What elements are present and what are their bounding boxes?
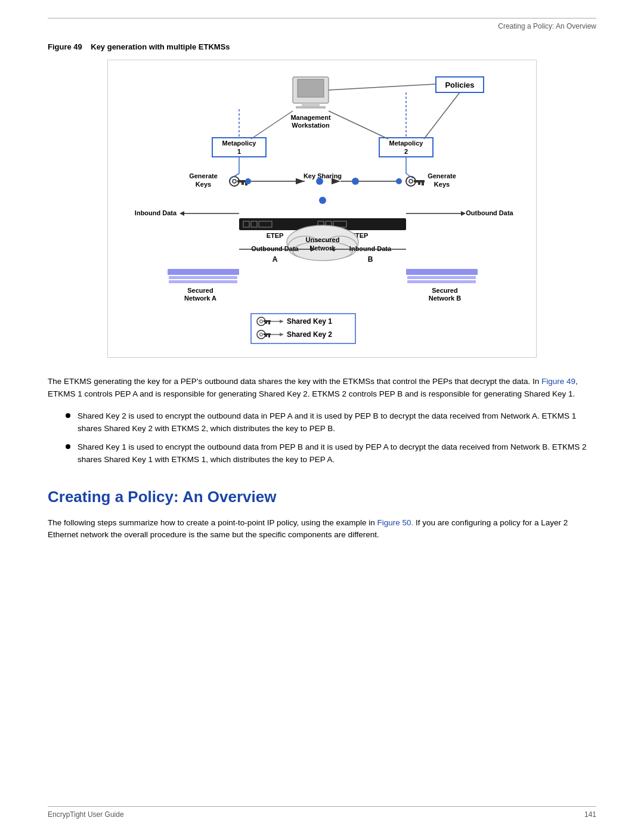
- diagram-svg: Management Workstation Policies Metapoli…: [120, 72, 525, 346]
- svg-text:1: 1: [237, 148, 241, 155]
- svg-rect-74: [169, 280, 237, 283]
- svg-text:Workstation: Workstation: [292, 122, 330, 129]
- svg-rect-86: [268, 322, 270, 324]
- svg-text:Key Sharing: Key Sharing: [304, 172, 342, 179]
- svg-text:Management: Management: [290, 114, 331, 121]
- section-title: Creating a Policy: An Overview: [48, 488, 596, 506]
- svg-rect-32: [422, 182, 424, 185]
- svg-text:Shared Key 2: Shared Key 2: [287, 330, 332, 339]
- svg-point-21: [233, 179, 236, 183]
- bullet-list: Shared Key 2 is used to encrypt the outb…: [66, 410, 596, 466]
- svg-point-103: [245, 178, 251, 184]
- figure-title: Figure 49 Key generation with multiple E…: [48, 42, 596, 51]
- svg-text:Keys: Keys: [434, 181, 450, 188]
- svg-text:Network A: Network A: [184, 295, 216, 302]
- footer-right: 141: [584, 810, 596, 819]
- svg-text:Inbound Data: Inbound Data: [349, 245, 392, 252]
- bullet-dot-2: [66, 444, 70, 449]
- svg-rect-77: [407, 280, 476, 283]
- svg-text:ETEP: ETEP: [267, 232, 284, 239]
- svg-rect-87: [265, 322, 267, 324]
- section-paragraph: The following steps summarize how to cre…: [48, 517, 596, 542]
- svg-point-41: [319, 197, 326, 204]
- svg-point-30: [409, 179, 413, 183]
- svg-line-8: [329, 84, 436, 90]
- page-footer: EncrypTight User Guide 141: [48, 806, 596, 819]
- svg-text:Metapolicy: Metapolicy: [222, 140, 257, 147]
- svg-text:Inbound Data: Inbound Data: [135, 209, 177, 216]
- svg-rect-24: [242, 182, 244, 185]
- svg-line-16: [329, 111, 388, 139]
- svg-rect-76: [407, 276, 476, 279]
- figure50-link[interactable]: Figure 50.: [377, 518, 414, 527]
- intro-paragraph: The ETKMS generating the key for a PEP's…: [48, 376, 596, 401]
- svg-text:Generate: Generate: [189, 172, 218, 179]
- svg-text:Unsecured: Unsecured: [306, 236, 340, 243]
- svg-text:Shared Key 1: Shared Key 1: [287, 317, 332, 326]
- svg-rect-94: [268, 335, 270, 337]
- svg-rect-3: [296, 106, 326, 109]
- bullet-item-2: Shared Key 1 is used to encrypt the outb…: [66, 441, 596, 466]
- svg-rect-1: [298, 79, 324, 97]
- header-title: Creating a Policy: An Overview: [48, 22, 596, 30]
- svg-point-35: [316, 178, 323, 185]
- svg-text:2: 2: [404, 148, 408, 155]
- figure-section: Figure 49 Key generation with multiple E…: [48, 42, 596, 358]
- svg-text:Outbound Data: Outbound Data: [251, 245, 299, 252]
- header-divider: [48, 18, 596, 18]
- svg-rect-75: [406, 269, 478, 275]
- svg-rect-93: [264, 333, 271, 335]
- svg-text:Outbound Data: Outbound Data: [466, 209, 513, 216]
- svg-rect-31: [414, 180, 425, 182]
- figure49-link[interactable]: Figure 49: [541, 377, 575, 386]
- svg-text:Secured: Secured: [187, 287, 213, 294]
- svg-text:Network: Network: [309, 244, 336, 252]
- bullet-text-2: Shared Key 1 is used to encrypt the outb…: [78, 441, 596, 466]
- bullet-text-1: Shared Key 2 is used to encrypt the outb…: [78, 410, 596, 435]
- bullet-dot-1: [66, 413, 70, 418]
- svg-rect-95: [265, 335, 267, 337]
- svg-rect-33: [418, 182, 420, 185]
- footer-left: EncrypTight User Guide: [48, 810, 124, 819]
- svg-text:Metapolicy: Metapolicy: [389, 140, 424, 147]
- bullet-item-1: Shared Key 2 is used to encrypt the outb…: [66, 410, 596, 435]
- svg-text:Keys: Keys: [196, 181, 211, 188]
- svg-marker-44: [179, 211, 184, 216]
- svg-text:Generate: Generate: [428, 172, 456, 179]
- svg-text:B: B: [368, 255, 373, 264]
- svg-point-104: [396, 178, 402, 184]
- svg-line-17: [424, 92, 460, 139]
- svg-line-15: [251, 111, 293, 139]
- svg-text:A: A: [273, 255, 278, 264]
- svg-text:Network B: Network B: [429, 295, 461, 302]
- svg-point-36: [352, 178, 359, 185]
- svg-text:Secured: Secured: [432, 287, 457, 294]
- svg-marker-47: [461, 211, 466, 216]
- svg-rect-73: [169, 276, 237, 279]
- svg-rect-72: [168, 269, 239, 275]
- svg-rect-85: [264, 320, 271, 322]
- svg-text:Policies: Policies: [445, 80, 474, 89]
- diagram: Management Workstation Policies Metapoli…: [107, 60, 537, 358]
